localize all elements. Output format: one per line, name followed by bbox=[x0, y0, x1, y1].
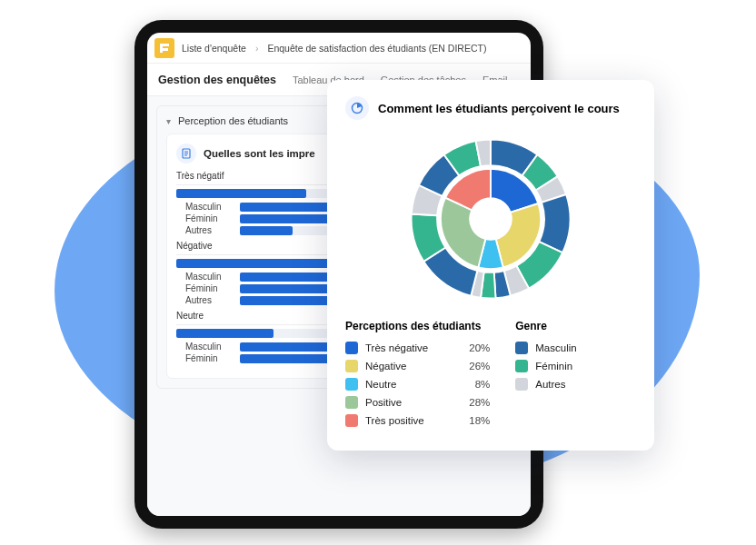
swatch bbox=[515, 360, 528, 372]
swatch bbox=[345, 414, 358, 427]
legend: Perceptions des étudiants Très négative2… bbox=[345, 320, 636, 432]
legend-pct: 28% bbox=[459, 397, 490, 408]
swatch bbox=[345, 360, 358, 372]
overlay-title: Comment les étudiants perçoivent le cour… bbox=[378, 102, 620, 115]
legend-item: Féminin bbox=[515, 360, 636, 372]
legend-pct: 18% bbox=[459, 415, 490, 426]
bar-label: Masculin bbox=[185, 342, 233, 352]
legend-label: Autres bbox=[535, 379, 565, 390]
legend-pct: 20% bbox=[459, 342, 490, 353]
app-logo[interactable] bbox=[154, 38, 174, 58]
bar-label: Autres bbox=[185, 225, 233, 235]
swatch bbox=[515, 342, 528, 354]
swatch bbox=[345, 342, 358, 354]
breadcrumb-item[interactable]: Liste d'enquête bbox=[182, 43, 246, 54]
legend-item: Autres bbox=[515, 378, 636, 391]
legend-pct: 8% bbox=[459, 379, 490, 390]
legend-title-genre: Genre bbox=[515, 320, 636, 332]
legend-label: Neutre bbox=[365, 379, 397, 390]
legend-item: Très positive18% bbox=[345, 414, 490, 427]
breadcrumb-item[interactable]: Enquête de satisfaction des étudiants (E… bbox=[267, 43, 486, 54]
legend-label: Très négative bbox=[365, 342, 428, 353]
overlay-header: Comment les étudiants perçoivent le cour… bbox=[345, 96, 636, 120]
legend-item: Positive28% bbox=[345, 396, 490, 409]
legend-label: Positive bbox=[365, 397, 402, 408]
swatch bbox=[345, 378, 358, 391]
chevron-right-icon: › bbox=[255, 43, 259, 54]
legend-label: Masculin bbox=[535, 342, 576, 353]
donut-overlay-card: Comment les étudiants perçoivent le cour… bbox=[327, 80, 654, 451]
legend-item: Négative26% bbox=[345, 360, 490, 372]
page-title: Gestion des enquêtes bbox=[158, 74, 276, 86]
bar-label: Masculin bbox=[185, 202, 233, 212]
card-title: Quelles sont les impre bbox=[204, 148, 315, 159]
legend-label: Féminin bbox=[535, 361, 572, 372]
bar-label: Autres bbox=[185, 295, 233, 305]
chevron-down-icon: ▾ bbox=[166, 116, 171, 126]
bar-label: Féminin bbox=[185, 283, 233, 293]
legend-label: Très positive bbox=[365, 415, 424, 426]
document-icon bbox=[176, 144, 196, 164]
legend-label: Négative bbox=[365, 361, 406, 372]
legend-title-perceptions: Perceptions des étudiants bbox=[345, 320, 490, 332]
swatch bbox=[515, 378, 528, 391]
legend-item: Neutre8% bbox=[345, 378, 490, 391]
section-title: Perception des étudiants bbox=[178, 115, 288, 126]
bar-label: Masculin bbox=[185, 272, 233, 282]
bar-label: Féminin bbox=[185, 353, 233, 363]
sunburst-chart bbox=[404, 133, 577, 305]
pie-chart-icon bbox=[345, 96, 369, 120]
bar-label: Féminin bbox=[185, 213, 233, 223]
swatch bbox=[345, 396, 358, 409]
legend-item: Très négative20% bbox=[345, 342, 490, 354]
legend-item: Masculin bbox=[515, 342, 636, 354]
legend-pct: 26% bbox=[459, 361, 490, 372]
breadcrumb: Liste d'enquête › Enquête de satisfactio… bbox=[147, 33, 531, 64]
